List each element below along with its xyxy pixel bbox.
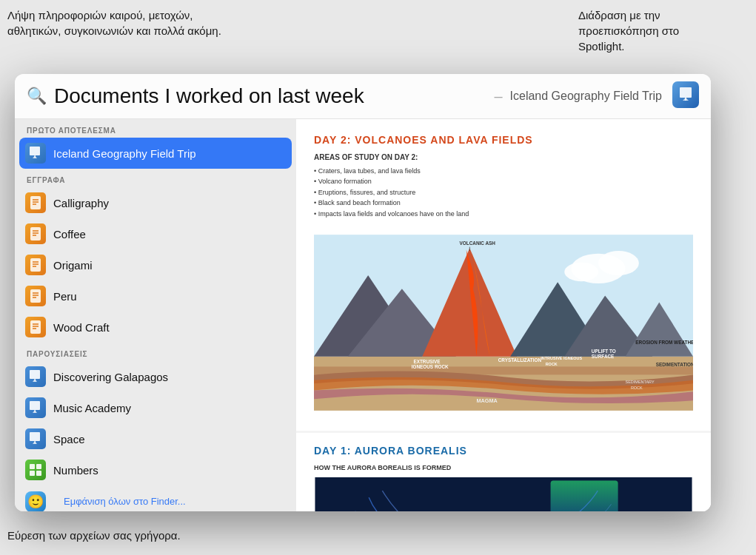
svg-rect-32 xyxy=(35,410,36,413)
area-item-3: Eruptions, fissures, and structure xyxy=(314,187,693,198)
preview-content: DAY 2: VOLCANOES AND LAVA FIELDS AREAS O… xyxy=(296,119,711,511)
woodcraft-label: Wood Craft xyxy=(53,321,110,334)
result-item-woodcraft[interactable]: Wood Craft xyxy=(15,312,296,343)
coffee-label: Coffee xyxy=(53,228,86,240)
pages-icon-calligraphy xyxy=(25,192,46,213)
svg-rect-11 xyxy=(30,227,41,240)
keynote-icon-space xyxy=(25,428,46,449)
svg-text:IGNEOUS ROCK: IGNEOUS ROCK xyxy=(412,364,449,369)
content-area: ΠΡΩΤΟ ΑΠΟΤΕΛΕΣΜΑ Iceland Geography Field… xyxy=(15,119,711,511)
result-item-galapagos[interactable]: Discovering Galapagos xyxy=(15,361,296,392)
result-item-origami[interactable]: Origami xyxy=(15,249,296,280)
search-bar[interactable]: 🔍 Documents I worked on last week – Icel… xyxy=(15,74,711,119)
svg-rect-1 xyxy=(680,87,692,98)
area-item-5: Impacts lava fields and volcanoes have o… xyxy=(314,209,693,219)
area-item-2: Volcano formation xyxy=(314,176,693,186)
svg-point-50 xyxy=(564,263,598,282)
svg-text:INTRUSIVE IGNEOUS: INTRUSIVE IGNEOUS xyxy=(541,356,582,360)
result-item-calligraphy[interactable]: Calligraphy xyxy=(15,187,296,218)
svg-rect-6 xyxy=(35,155,36,158)
area-item-1: Craters, lava tubes, and lava fields xyxy=(314,166,693,176)
svg-rect-36 xyxy=(30,464,35,469)
volcano-diagram: VOLCANIC ASH EXTRUSIVE IGNEOUS ROCK CRYS… xyxy=(314,226,693,419)
space-label: Space xyxy=(53,433,85,445)
svg-rect-37 xyxy=(36,464,41,469)
section-label-docs: ΕΓΓΡΑΦΑ xyxy=(15,169,296,187)
pages-icon-origami xyxy=(25,255,46,275)
calligraphy-label: Calligraphy xyxy=(53,197,109,209)
svg-text:ROCK: ROCK xyxy=(546,362,558,366)
area-item-4: Black sand beach formation xyxy=(314,198,693,208)
svg-rect-29 xyxy=(35,379,36,382)
music-label: Music Academy xyxy=(53,402,131,414)
svg-rect-15 xyxy=(30,258,41,272)
svg-point-49 xyxy=(598,251,639,275)
annotation-bottom: Εύρεση των αρχείων σας γρήγορα. xyxy=(7,529,181,542)
result-item-music[interactable]: Music Academy xyxy=(15,392,296,423)
section-label-pres: ΠΑΡΟΥΣΙΑΣΕΙΣ xyxy=(15,343,296,361)
aurora-how-title: HOW THE AURORA BOREALIS IS FORMED xyxy=(314,464,693,471)
svg-rect-33 xyxy=(30,432,40,441)
iceland-label: Iceland Geography Field Trip xyxy=(53,147,196,160)
day1-section: DAY 1: AURORA BOREALIS HOW THE AURORA BO… xyxy=(296,433,711,511)
svg-text:SEDIMENTARY: SEDIMENTARY xyxy=(626,380,655,384)
result-item-peru[interactable]: Peru xyxy=(15,280,296,312)
svg-text:ROCK: ROCK xyxy=(631,386,643,390)
peru-label: Peru xyxy=(53,290,77,303)
svg-text:SURFACE: SURFACE xyxy=(592,354,615,359)
pages-icon-coffee xyxy=(25,223,46,244)
areas-list: Craters, lava tubes, and lava fields Vol… xyxy=(314,166,693,219)
show-all-label[interactable]: Εμφάνιση όλων στο Finder... xyxy=(53,490,196,511)
keynote-icon-iceland xyxy=(25,143,46,164)
svg-rect-38 xyxy=(30,471,35,476)
aurora-diagram: BOW SHOCK MAGNETOPAUSE CURRENT SHEET OPE… xyxy=(314,477,693,511)
svg-rect-7 xyxy=(30,196,41,209)
finder-icon: 🙂 xyxy=(25,491,46,512)
svg-text:CRYSTALLIZATION: CRYSTALLIZATION xyxy=(498,357,542,363)
right-panel-preview: DAY 2: VOLCANOES AND LAVA FIELDS AREAS O… xyxy=(296,119,711,511)
left-panel: ΠΡΩΤΟ ΑΠΟΤΕΛΕΣΜΑ Iceland Geography Field… xyxy=(15,119,296,511)
svg-text:SEDIMENTATION: SEDIMENTATION xyxy=(656,362,693,367)
day1-header: DAY 1: AURORA BOREALIS xyxy=(314,445,693,457)
pages-icon-woodcraft xyxy=(25,317,46,337)
show-all-finder[interactable]: 🙂 Εμφάνιση όλων στο Finder... xyxy=(15,485,296,511)
svg-text:EROSION FROM WEATHER: EROSION FROM WEATHER xyxy=(635,340,693,345)
search-query-text: Documents I worked on last week xyxy=(54,84,486,108)
annotation-top-right: Διάδραση με την προεπισκόπηση στο Spotli… xyxy=(578,7,726,54)
svg-rect-35 xyxy=(35,441,36,444)
day2-header: DAY 2: VOLCANOES AND LAVA FIELDS xyxy=(314,134,693,146)
day2-section: DAY 2: VOLCANOES AND LAVA FIELDS AREAS O… xyxy=(296,119,711,433)
svg-rect-66 xyxy=(315,477,692,511)
search-subtitle: Iceland Geography Field Trip xyxy=(510,90,662,103)
svg-text:EXTRUSIVE: EXTRUSIVE xyxy=(413,359,441,364)
spotlight-window: 🔍 Documents I worked on last week – Icel… xyxy=(15,74,711,511)
svg-rect-23 xyxy=(30,320,41,334)
pages-icon-peru xyxy=(25,286,46,306)
result-item-space[interactable]: Space xyxy=(15,423,296,454)
svg-rect-3 xyxy=(685,98,686,101)
keynote-icon-right xyxy=(672,81,699,111)
search-icon: 🔍 xyxy=(27,87,47,106)
keynote-icon-galapagos xyxy=(25,366,46,387)
result-item-coffee[interactable]: Coffee xyxy=(15,218,296,249)
result-item-iceland[interactable]: Iceland Geography Field Trip xyxy=(19,138,292,169)
search-dash: – xyxy=(494,88,502,105)
numbers-icon xyxy=(25,460,46,480)
svg-rect-27 xyxy=(30,370,40,379)
numbers-label: Numbers xyxy=(53,464,98,477)
svg-rect-4 xyxy=(30,147,40,155)
origami-label: Origami xyxy=(53,259,93,272)
keynote-icon-music xyxy=(25,397,46,418)
svg-rect-39 xyxy=(36,471,41,476)
section-label-first: ΠΡΩΤΟ ΑΠΟΤΕΛΕΣΜΑ xyxy=(15,119,296,138)
annotation-top-left: Λήψη πληροφοριών καιρού, μετοχών, αθλητι… xyxy=(7,7,222,38)
result-item-numbers[interactable]: Numbers xyxy=(15,454,296,485)
galapagos-label: Discovering Galapagos xyxy=(53,371,168,383)
svg-rect-19 xyxy=(30,289,41,303)
svg-rect-30 xyxy=(30,401,40,410)
svg-text:MAGMA: MAGMA xyxy=(476,397,498,404)
svg-text:VOLCANIC ASH: VOLCANIC ASH xyxy=(460,240,496,246)
svg-text:UPLIFT TO: UPLIFT TO xyxy=(592,349,616,354)
areas-title: AREAS OF STUDY ON DAY 2: xyxy=(314,153,693,161)
